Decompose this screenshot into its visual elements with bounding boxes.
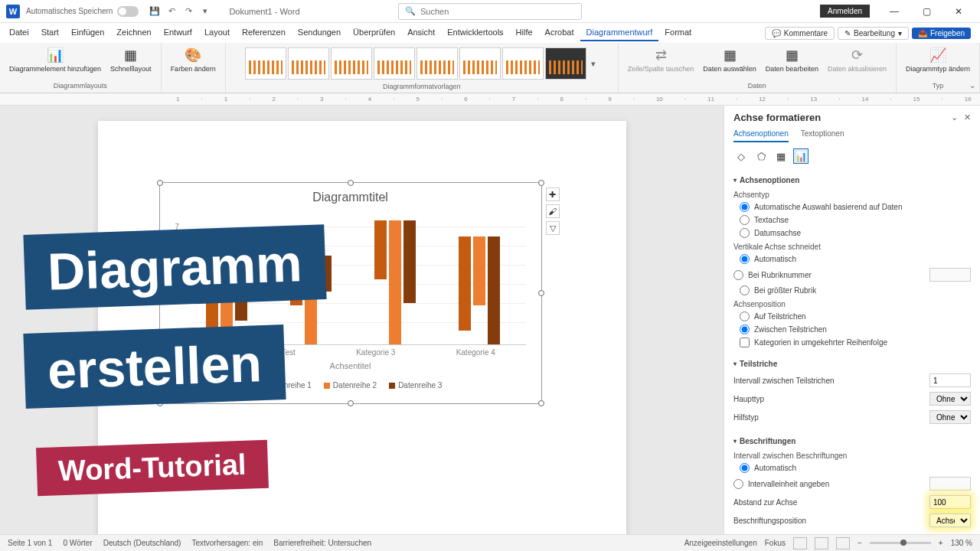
resize-handle[interactable] [538, 290, 544, 296]
chart-style-thumb[interactable] [331, 47, 372, 80]
comments-button[interactable]: 💬 Kommentare [765, 27, 835, 40]
select-data-button[interactable]: ▦Daten auswählen [700, 44, 760, 75]
checkbox-reverse-categories[interactable] [740, 337, 750, 347]
search-input[interactable] [420, 7, 575, 16]
radio-cross-auto[interactable] [740, 254, 750, 264]
y-axis-label[interactable]: fgdsgf [171, 269, 179, 290]
resize-handle[interactable] [538, 400, 544, 406]
menu-tab-datei[interactable]: Datei [3, 24, 35, 41]
size-props-icon[interactable]: ▦ [773, 148, 789, 164]
change-colors-button[interactable]: 🎨Farben ändern [168, 44, 219, 75]
radio-auto-data[interactable] [740, 202, 750, 212]
chart-plot-area[interactable]: fgdsgf 7 6 [191, 207, 526, 345]
chart-style-thumb[interactable] [459, 47, 501, 80]
radio-date-axis[interactable] [740, 228, 750, 238]
status-words[interactable]: 0 Wörter [63, 539, 92, 547]
radio-between-ticks[interactable] [740, 324, 750, 334]
qat-dropdown-icon[interactable]: ▾ [199, 5, 211, 18]
quick-layout-button[interactable]: ▦Schnelllayout [107, 44, 155, 75]
select-major-type[interactable]: Ohne [929, 392, 971, 406]
status-page[interactable]: Seite 1 von 1 [8, 539, 52, 547]
menu-tab-diagrammentwurf[interactable]: Diagrammentwurf [580, 24, 659, 41]
chart-style-thumb[interactable] [545, 47, 586, 80]
fill-line-icon[interactable]: ◇ [733, 148, 749, 164]
menu-tab-sendungen[interactable]: Sendungen [292, 24, 347, 41]
collapse-ribbon-icon[interactable]: ⌄ [969, 81, 975, 90]
minimize-icon[interactable]: — [879, 1, 910, 22]
chart-style-thumb[interactable] [374, 47, 415, 80]
radio-label-specify[interactable] [733, 479, 743, 489]
input-tick-interval[interactable] [929, 373, 971, 387]
chart-style-thumb[interactable] [502, 47, 544, 80]
chart-style-thumb[interactable] [416, 47, 458, 80]
view-web-icon[interactable] [836, 537, 850, 549]
chart-style-thumb[interactable] [288, 47, 329, 80]
tab-text-options[interactable]: Textoptionen [801, 129, 844, 142]
status-accessibility[interactable]: Barrierefreiheit: Untersuchen [273, 539, 371, 547]
refresh-data-button[interactable]: ⟳Daten aktualisieren [825, 44, 890, 75]
resize-handle[interactable] [348, 400, 354, 406]
radio-cross-category[interactable] [733, 270, 743, 280]
focus-mode[interactable]: Fokus [765, 539, 786, 547]
chart-object[interactable]: ✚ 🖌 ▽ Diagrammtitel fgdsgf 7 6 [159, 182, 542, 404]
chart-filters-icon[interactable]: ▽ [546, 221, 560, 235]
status-predictions[interactable]: Textvorhersagen: ein [191, 539, 263, 547]
chart-title[interactable]: Diagrammtitel [160, 183, 541, 207]
add-chart-element-button[interactable]: 📊Diagrammelement hinzufügen [6, 44, 104, 75]
redo-icon[interactable]: ↷ [182, 5, 194, 18]
resize-handle[interactable] [538, 180, 544, 186]
select-label-position[interactable]: Achsennah [929, 514, 971, 527]
menu-tab-start[interactable]: Start [35, 24, 65, 41]
switch-row-column-button[interactable]: ⇄Zeile/Spalte tauschen [625, 44, 697, 75]
menu-tab-hilfe[interactable]: Hilfe [510, 24, 539, 41]
radio-label-auto[interactable] [740, 463, 750, 473]
x-axis-title[interactable]: Achsentitel [160, 361, 541, 370]
menu-tab-einfügen[interactable]: Einfügen [65, 24, 110, 41]
save-icon[interactable]: 💾 [149, 5, 161, 18]
zoom-in-icon[interactable]: + [939, 539, 943, 547]
search-box[interactable]: 🔍 [398, 3, 582, 20]
maximize-icon[interactable]: ▢ [911, 1, 942, 22]
menu-tab-format[interactable]: Format [658, 24, 697, 41]
share-button[interactable]: 📤 Freigeben [912, 28, 971, 39]
resize-handle[interactable] [157, 400, 163, 406]
view-print-icon[interactable] [815, 537, 828, 549]
chart-style-gallery[interactable]: ▾ [242, 44, 602, 83]
section-ticks[interactable]: Teilstriche [733, 357, 971, 371]
document-area[interactable]: ✚ 🖌 ▽ Diagrammtitel fgdsgf 7 6 [0, 106, 724, 534]
edit-data-button[interactable]: ▦Daten bearbeiten [763, 44, 822, 75]
menu-tab-referenzen[interactable]: Referenzen [236, 24, 292, 41]
view-read-icon[interactable] [793, 537, 807, 549]
chart-legend[interactable]: Datenreihe 1Datenreihe 2Datenreihe 3 [160, 381, 541, 390]
zoom-level[interactable]: 130 % [951, 539, 972, 547]
tab-axis-options[interactable]: Achsenoptionen [733, 129, 789, 142]
signin-button[interactable]: Anmelden [820, 5, 870, 18]
input-category-number[interactable] [929, 268, 971, 282]
resize-handle[interactable] [157, 290, 163, 296]
change-chart-type-button[interactable]: 📈Diagrammtyp ändern [903, 44, 973, 75]
undo-icon[interactable]: ↶ [165, 5, 178, 18]
ruler[interactable]: 1·1·2·3·4·5·6·7·8·9·10·11·12·13·14·15·16 [0, 93, 980, 106]
radio-cross-max[interactable] [740, 285, 750, 295]
input-label-unit[interactable] [929, 477, 971, 491]
zoom-slider[interactable] [870, 542, 931, 544]
chart-elements-icon[interactable]: ✚ [546, 187, 560, 201]
input-distance-to-axis[interactable] [929, 495, 971, 509]
chart-style-thumb[interactable] [245, 47, 286, 80]
menu-tab-zeichnen[interactable]: Zeichnen [110, 24, 157, 41]
resize-handle[interactable] [157, 180, 163, 186]
editing-mode-button[interactable]: ✎ Bearbeitung ▾ [838, 27, 909, 40]
zoom-out-icon[interactable]: − [858, 539, 862, 547]
menu-tab-ansicht[interactable]: Ansicht [401, 24, 441, 41]
panel-dropdown-icon[interactable]: ⌄ [951, 112, 958, 122]
close-icon[interactable]: ✕ [943, 1, 974, 22]
menu-tab-entwurf[interactable]: Entwurf [158, 24, 198, 41]
radio-on-ticks[interactable] [740, 311, 750, 321]
menu-tab-acrobat[interactable]: Acrobat [539, 24, 580, 41]
resize-handle[interactable] [348, 180, 354, 186]
menu-tab-entwicklertools[interactable]: Entwicklertools [441, 24, 509, 41]
menu-tab-überprüfen[interactable]: Überprüfen [347, 24, 401, 41]
panel-close-icon[interactable]: ✕ [964, 112, 971, 122]
autosave-toggle[interactable] [117, 6, 139, 17]
radio-text-axis[interactable] [740, 215, 750, 225]
